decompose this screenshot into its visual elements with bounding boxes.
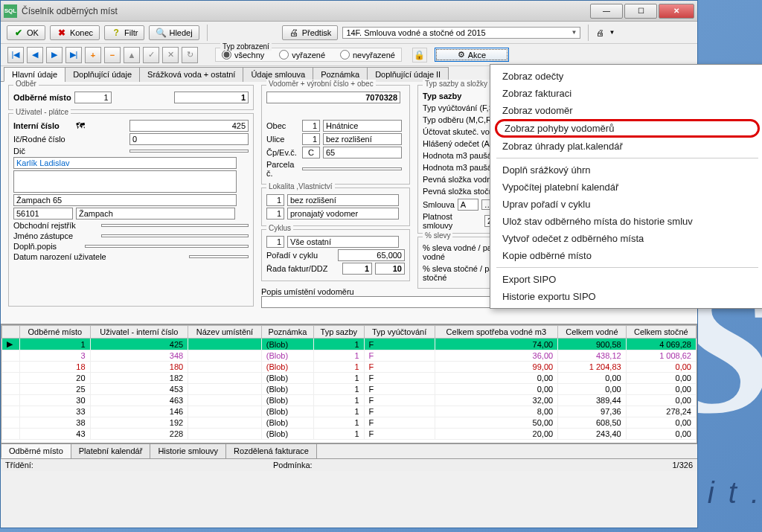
tab-odberne-misto[interactable]: Odběrné místo xyxy=(1,444,71,458)
menu-zobraz-vodomer[interactable]: Zobraz vodoměr xyxy=(490,102,762,119)
nav-first-button[interactable]: |◀ xyxy=(7,47,24,63)
menu-export-sipo[interactable]: Export SIPO xyxy=(490,271,762,288)
cpev-type-input[interactable]: C xyxy=(302,147,320,158)
nav-post-button[interactable]: ✓ xyxy=(143,47,159,63)
ic-rodne-input[interactable]: 0 xyxy=(129,133,249,145)
smlouva-val-input[interactable]: A xyxy=(458,199,478,211)
nav-prev-button[interactable]: ◀ xyxy=(27,47,43,63)
close-button[interactable]: ✕ xyxy=(659,4,694,19)
vodomer-code-input[interactable]: 7070328 xyxy=(266,92,400,103)
obec-name-input[interactable]: Hnátnice xyxy=(323,120,402,132)
radio-all[interactable]: všechny xyxy=(222,50,264,60)
map-icon[interactable]: 🗺 xyxy=(76,121,85,131)
grid-header[interactable]: Celkem spotřeba vodné m3 xyxy=(435,326,558,339)
grid-header[interactable]: Poznámka xyxy=(261,326,313,339)
menu-kopie-misto[interactable]: Kopie odběrné místo xyxy=(490,247,762,264)
predtisk-button[interactable]: 🖨Předtisk xyxy=(282,25,339,40)
tab-srazkova[interactable]: Srážková voda + ostatní xyxy=(139,67,243,82)
interni-cislo-input[interactable]: 425 xyxy=(129,120,249,132)
grid-header[interactable]: Celkem stočné xyxy=(626,326,696,339)
menu-zobraz-fakturaci[interactable]: Zobraz fakturaci xyxy=(490,85,762,102)
nav-last-button[interactable]: ▶| xyxy=(65,47,82,63)
tab-platebni-kalendar[interactable]: Platební kalendář xyxy=(71,444,151,458)
ulice-name-input[interactable]: bez rozlišení xyxy=(323,133,402,145)
menu-zobraz-uhrady[interactable]: Zobraz úhrady plat.kalendář xyxy=(490,138,762,155)
hledej-button[interactable]: 🔍Hledej xyxy=(149,25,199,40)
psc-input[interactable]: 56101 xyxy=(13,208,73,219)
odberne-misto-input[interactable]: 1 xyxy=(74,92,112,103)
rada1-input[interactable]: 1 xyxy=(342,263,372,275)
lokalita-code-input[interactable]: 1 xyxy=(266,194,284,206)
minimize-button[interactable]: — xyxy=(590,4,623,19)
filtr-button[interactable]: ?Filtr xyxy=(104,25,144,40)
radio-discarded[interactable]: vyřazené xyxy=(279,50,325,60)
data-grid[interactable]: Odběrné místoUživatel - interní čísloNáz… xyxy=(1,325,697,440)
radio-not-discarded[interactable]: nevyřazené xyxy=(340,50,395,60)
dopln-popis-input[interactable] xyxy=(85,245,249,248)
uzivatel-legend: Uživatel - plátce xyxy=(13,108,71,116)
obec-code-input[interactable]: 1 xyxy=(302,120,320,132)
cyklus-name-input[interactable]: Vše ostatní xyxy=(287,236,399,248)
ulice-code-input[interactable]: 1 xyxy=(302,133,320,145)
menu-uprav-poradi[interactable]: Uprav pořadí v cyklu xyxy=(490,196,762,213)
tab-historie-smlouvy[interactable]: Historie smlouvy xyxy=(150,444,226,458)
dic-input[interactable] xyxy=(129,150,249,153)
grid-header[interactable]: Odběrné místo xyxy=(20,326,90,339)
grid-scroll[interactable]: Odběrné místoUživatel - interní čísloNáz… xyxy=(1,324,697,443)
menu-uloz-stav[interactable]: Ulož stav odběrného místa do historie sm… xyxy=(490,213,762,230)
chevron-down-icon[interactable]: ▼ xyxy=(609,29,615,36)
jmeno-zastupce-input[interactable] xyxy=(101,234,249,237)
table-row[interactable]: 3348(Blob)1F36,00438,121 008,62 xyxy=(2,350,697,362)
jmeno-input[interactable]: Karlík Ladislav xyxy=(13,157,237,169)
obch-rejstrik-input[interactable] xyxy=(101,224,249,227)
cpev-num-input[interactable]: 65 xyxy=(323,147,402,158)
nav-add-button[interactable]: + xyxy=(85,47,101,63)
menu-dopln-srazkovy[interactable]: Doplň srážkový úhrn xyxy=(490,161,762,179)
table-row[interactable]: ▶1425(Blob)1F74,00900,584 069,28 xyxy=(2,339,697,350)
table-row[interactable]: 25453(Blob)1F0,000,000,00 xyxy=(2,384,697,395)
vlast-name-input[interactable]: pronajatý vodomer xyxy=(287,208,399,219)
table-row[interactable]: 18180(Blob)1F99,001 204,830,00 xyxy=(2,362,697,373)
menu-historie-sipo[interactable]: Historie exportu SIPO xyxy=(490,288,762,305)
menu-vypocitej-kalendar[interactable]: Vypočítej platební kalendář xyxy=(490,179,762,196)
rada2-input[interactable]: 10 xyxy=(375,263,405,275)
tab-rozdelena-fakturace[interactable]: Rozdělená fakturace xyxy=(225,444,317,458)
popis-input[interactable] xyxy=(13,170,237,193)
poradi-input[interactable]: 65,000 xyxy=(338,249,405,261)
lokalita-name-input[interactable]: bez rozlišení xyxy=(287,194,399,206)
grid-header[interactable]: Celkem vodné xyxy=(558,326,627,339)
vlast-code-input[interactable]: 1 xyxy=(266,208,284,219)
nav-next-button[interactable]: ▶ xyxy=(46,47,63,63)
cyklus-code-input[interactable]: 1 xyxy=(266,236,284,248)
grid-header[interactable]: Typ sazby xyxy=(314,326,365,339)
konec-button[interactable]: ✖Konec xyxy=(50,25,100,40)
nav-delete-button[interactable]: − xyxy=(104,47,121,63)
grid-header[interactable]: Název umístění xyxy=(188,326,262,339)
menu-zobraz-odecty[interactable]: Zobraz odečty xyxy=(490,68,762,85)
lock-icon[interactable]: 🔒 xyxy=(412,48,427,63)
nav-cancel-button[interactable]: ✕ xyxy=(162,47,179,63)
parcela-input[interactable] xyxy=(302,167,402,170)
mesto-input[interactable]: Žampach xyxy=(76,208,235,219)
tab-doplnujici[interactable]: Doplňující údaje xyxy=(65,67,140,82)
table-row[interactable]: 33146(Blob)1F8,0097,36278,24 xyxy=(2,406,697,417)
datum-nar-input[interactable] xyxy=(189,255,249,258)
menu-vytvor-odecet[interactable]: Vytvoř odečet z odběrného místa xyxy=(490,230,762,247)
grid-header[interactable] xyxy=(2,326,20,339)
table-row[interactable]: 20182(Blob)1F0,000,000,00 xyxy=(2,373,697,384)
print-icon[interactable]: 🖨 xyxy=(596,28,604,37)
table-row[interactable]: 38192(Blob)1F50,00608,500,00 xyxy=(2,417,697,429)
grid-header[interactable]: Typ vyúčtování xyxy=(364,326,435,339)
menu-zobraz-pohyby-vodomeru[interactable]: Zobraz pohyby vodoměrů xyxy=(495,119,760,138)
akce-button[interactable]: ⚙Akce xyxy=(435,48,509,62)
grid-header[interactable]: Uživatel - interní číslo xyxy=(90,326,188,339)
table-row[interactable]: 30463(Blob)1F32,00389,440,00 xyxy=(2,395,697,406)
table-row[interactable]: 43228(Blob)1F20,00243,400,00 xyxy=(2,429,697,440)
adresa-input[interactable]: Žampach 65 xyxy=(13,194,237,206)
nav-edit-button[interactable]: ▲ xyxy=(124,47,140,63)
maximize-button[interactable]: ☐ xyxy=(624,4,657,19)
ok-button[interactable]: ✔OK xyxy=(7,25,45,40)
nav-refresh-button[interactable]: ↻ xyxy=(182,47,198,63)
odberne-misto-input2[interactable]: 1 xyxy=(174,92,249,103)
predtisk-select[interactable]: 14F. Smlouva vodné a stočné od 2015▼ xyxy=(342,27,580,39)
